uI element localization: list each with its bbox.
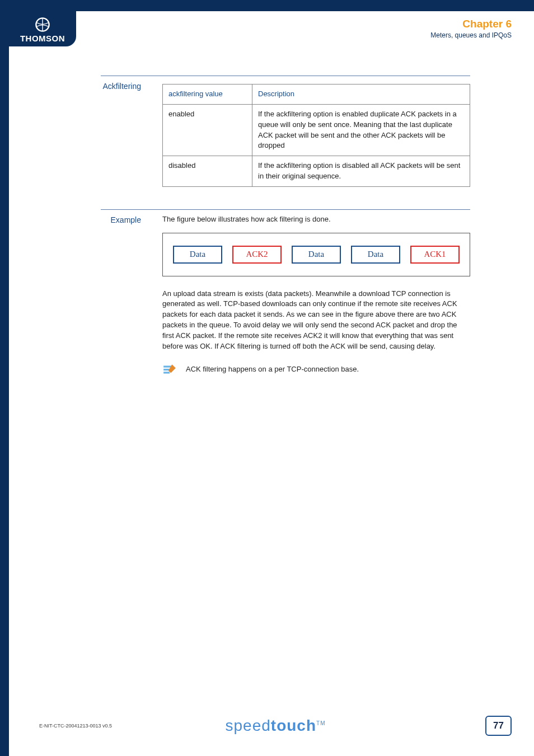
section-rule	[101, 76, 470, 76]
section-label: Ackfiltering	[101, 81, 151, 91]
cell-desc: If the ackfiltering option is disabled a…	[252, 156, 470, 187]
thomson-globe-icon	[35, 17, 50, 32]
section-rule	[101, 209, 470, 210]
table-header-row: ackfiltering value Description	[163, 84, 470, 105]
ackfiltering-table: ackfiltering value Description enabled I…	[162, 84, 470, 187]
chapter-subtitle: Meters, queues and IPQoS	[430, 31, 512, 39]
note-pencil-icon	[162, 362, 177, 377]
svg-rect-3	[163, 372, 170, 373]
brand-part2: touch	[271, 717, 316, 734]
cell-value: enabled	[163, 104, 252, 156]
cell-value: disabled	[163, 156, 252, 187]
brand-logo: THOMSON	[9, 10, 76, 46]
doc-id: E-NIT-CTC-20041213-0013 v0.5	[39, 723, 112, 729]
section-label: Example	[101, 214, 151, 224]
brand-tm: TM	[316, 720, 325, 726]
cell-desc: If the ackfiltering option is enabled du…	[252, 104, 470, 156]
table-row: enabled If the ackfiltering option is en…	[163, 104, 470, 156]
example-paragraph: An upload data stream is exists (data pa…	[162, 289, 470, 352]
brand-name: THOMSON	[20, 34, 65, 43]
footer-brand: speedtouchTM	[226, 717, 326, 735]
col-header-desc: Description	[252, 84, 470, 105]
page-content: Ackfiltering ackfiltering value Descript…	[101, 76, 470, 377]
example-intro: The figure below illustrates how ack fil…	[162, 214, 470, 225]
packet-queue-figure: Data ACK2 Data Data ACK1	[162, 233, 470, 276]
page-footer: E-NIT-CTC-20041213-0013 v0.5 speedtouchT…	[39, 716, 512, 736]
packet-ack: ACK2	[232, 246, 282, 264]
packet-data: Data	[173, 246, 222, 264]
table-row: disabled If the ackfiltering option is d…	[163, 156, 470, 187]
col-header-value: ackfiltering value	[163, 84, 252, 105]
note-text: ACK filtering happens on a per TCP-conne…	[186, 362, 359, 375]
brand-part1: speed	[226, 717, 271, 734]
left-bar	[0, 0, 9, 756]
packet-ack: ACK1	[410, 246, 460, 264]
example-section: Example The figure below illustrates how…	[101, 209, 470, 377]
ackfiltering-section: Ackfiltering ackfiltering value Descript…	[101, 81, 470, 187]
chapter-header: Chapter 6 Meters, queues and IPQoS	[430, 18, 512, 39]
note-row: ACK filtering happens on a per TCP-conne…	[162, 362, 470, 377]
packet-data: Data	[292, 246, 341, 264]
packet-data: Data	[351, 246, 400, 264]
page-number: 77	[485, 716, 512, 736]
chapter-title: Chapter 6	[430, 18, 512, 30]
top-bar	[0, 0, 534, 11]
